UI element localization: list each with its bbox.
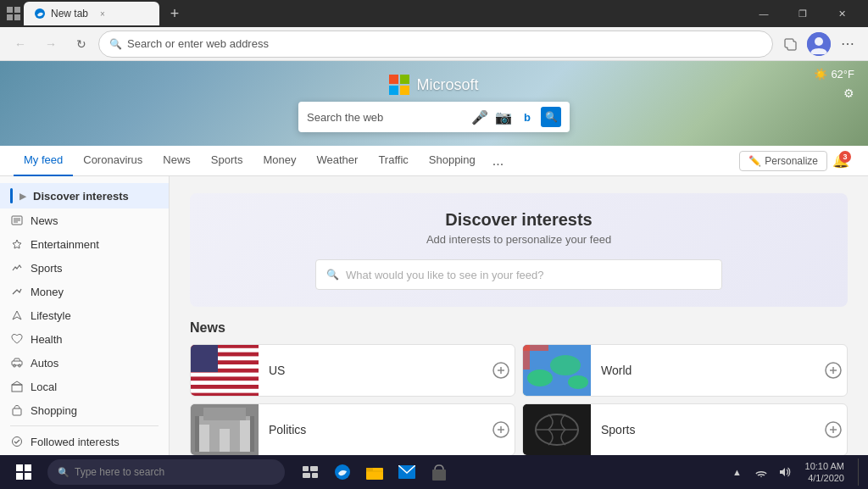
tab-traffic[interactable]: Traffic bbox=[368, 146, 418, 176]
tab-money[interactable]: Money bbox=[253, 146, 306, 176]
sidebar-discover-interests[interactable]: ▶ Discover interests bbox=[0, 183, 169, 208]
sidebar-item-shopping[interactable]: Shopping bbox=[0, 398, 169, 422]
svg-point-6 bbox=[815, 37, 823, 46]
sidebar-shopping-label: Shopping bbox=[31, 404, 77, 417]
tab-my-feed[interactable]: My feed bbox=[14, 146, 73, 176]
svg-marker-91 bbox=[780, 468, 785, 476]
us-add-button[interactable] bbox=[487, 357, 515, 384]
svg-rect-78 bbox=[25, 464, 31, 471]
sidebar-local-label: Local bbox=[31, 381, 57, 393]
hero-search-bar[interactable]: Search the web 🎤 📷 b 🔍 bbox=[298, 102, 570, 132]
interest-grid: US bbox=[190, 344, 848, 455]
camera-icon[interactable]: 📷 bbox=[493, 107, 514, 127]
sidebar-item-autos[interactable]: Autos bbox=[0, 351, 169, 375]
network-icon[interactable] bbox=[751, 462, 771, 482]
clock-time: 10:10 AM bbox=[805, 460, 844, 472]
discover-card: Discover interests Add interests to pers… bbox=[190, 193, 848, 307]
show-desktop-button[interactable] bbox=[858, 458, 861, 486]
profile-button[interactable] bbox=[805, 31, 832, 58]
tab-coronavirus[interactable]: Coronavirus bbox=[73, 146, 153, 176]
sports-image bbox=[523, 403, 591, 455]
forward-button[interactable]: → bbox=[37, 31, 64, 58]
hero-search-icons: 🎤 📷 b 🔍 bbox=[470, 107, 561, 127]
maximize-button[interactable]: ❐ bbox=[783, 0, 822, 27]
sidebar-item-entertainment[interactable]: Entertainment bbox=[0, 232, 169, 256]
store-app[interactable] bbox=[424, 457, 454, 487]
minimize-button[interactable]: — bbox=[744, 0, 783, 27]
address-bar[interactable]: 🔍 Search or enter web address bbox=[98, 31, 773, 58]
discover-title: Discover interests bbox=[207, 210, 831, 230]
svg-rect-3 bbox=[14, 14, 20, 20]
search-icon[interactable]: 🔍 bbox=[541, 107, 561, 127]
extensions-button[interactable] bbox=[776, 31, 804, 58]
sports-add-button[interactable] bbox=[820, 416, 847, 443]
search-container: Microsoft Search the web 🎤 📷 b 🔍 bbox=[298, 75, 570, 132]
svg-point-32 bbox=[527, 370, 553, 386]
sidebar-item-sports[interactable]: Sports bbox=[0, 256, 169, 280]
svg-marker-11 bbox=[13, 240, 21, 248]
title-bar: New tab × + — ❐ ✕ bbox=[0, 0, 868, 27]
taskbar-clock[interactable]: 10:10 AM 4/1/2020 bbox=[798, 460, 851, 485]
settings-gear-button[interactable]: ⚙ bbox=[843, 86, 854, 100]
svg-rect-27 bbox=[191, 344, 218, 372]
mail-app[interactable] bbox=[392, 457, 422, 487]
task-view-button[interactable] bbox=[295, 457, 326, 487]
sidebar-item-lifestyle[interactable]: Lifestyle bbox=[0, 303, 169, 327]
svg-rect-46 bbox=[220, 429, 230, 452]
ms-brand-text: Microsoft bbox=[416, 76, 478, 94]
new-tab-button[interactable]: + bbox=[163, 2, 186, 25]
tab-sports[interactable]: Sports bbox=[201, 146, 253, 176]
notifications-button[interactable]: 🔔 3 bbox=[827, 147, 854, 175]
clock-date: 4/1/2020 bbox=[805, 472, 844, 484]
back-button[interactable]: ← bbox=[7, 31, 34, 58]
tab-news[interactable]: News bbox=[153, 146, 201, 176]
active-tab[interactable]: New tab × bbox=[24, 2, 159, 25]
sidebar-item-news[interactable]: News bbox=[0, 208, 169, 232]
sidebar-item-health[interactable]: Health bbox=[0, 327, 169, 351]
sports-label: Sports bbox=[591, 423, 820, 436]
svg-point-33 bbox=[550, 355, 581, 375]
volume-icon[interactable] bbox=[775, 462, 795, 482]
close-window-button[interactable]: ✕ bbox=[822, 0, 861, 27]
svg-rect-89 bbox=[432, 470, 446, 481]
politics-label: Politics bbox=[259, 423, 487, 436]
politics-add-button[interactable] bbox=[487, 416, 515, 443]
close-tab-button[interactable]: × bbox=[97, 8, 108, 19]
taskbar-search[interactable]: 🔍 Type here to search bbox=[47, 459, 285, 485]
discover-search-bar[interactable]: 🔍 What would you like to see in your fee… bbox=[315, 259, 722, 290]
news-icon bbox=[10, 214, 24, 227]
refresh-button[interactable]: ↻ bbox=[68, 31, 95, 58]
svg-rect-42 bbox=[203, 408, 246, 420]
tab-shopping[interactable]: Shopping bbox=[419, 146, 486, 176]
sidebar-followed-interests[interactable]: Followed interests bbox=[0, 430, 169, 453]
sidebar-item-money[interactable]: Money bbox=[0, 280, 169, 303]
lifestyle-icon bbox=[10, 308, 24, 322]
svg-marker-16 bbox=[12, 381, 22, 385]
more-tabs-button[interactable]: ... bbox=[486, 153, 510, 169]
settings-button[interactable]: ⋯ bbox=[834, 31, 861, 58]
world-label: World bbox=[591, 364, 820, 377]
sidebar-item-local[interactable]: Local bbox=[0, 375, 169, 398]
world-add-button[interactable] bbox=[820, 357, 847, 384]
microphone-icon[interactable]: 🎤 bbox=[470, 107, 490, 127]
personalize-button[interactable]: ✏️ Personalize bbox=[739, 151, 827, 171]
title-bar-left: New tab × + bbox=[7, 2, 186, 25]
us-image bbox=[191, 344, 259, 397]
followed-label: Followed interests bbox=[31, 436, 120, 448]
svg-rect-25 bbox=[191, 381, 259, 385]
sidebar-sports-label: Sports bbox=[31, 262, 63, 275]
bing-icon[interactable]: b bbox=[517, 107, 537, 127]
weather-temp: 62°F bbox=[831, 68, 854, 81]
weather-icon: ☀️ bbox=[814, 68, 827, 81]
start-button[interactable] bbox=[7, 455, 41, 489]
pencil-icon: ✏️ bbox=[748, 155, 761, 167]
weather-widget: ☀️ 62°F bbox=[814, 68, 854, 81]
tray-expand-button[interactable]: ▲ bbox=[727, 462, 748, 482]
tab-weather[interactable]: Weather bbox=[306, 146, 368, 176]
edge-app[interactable] bbox=[327, 457, 358, 487]
sidebar-lifestyle-label: Lifestyle bbox=[31, 309, 71, 322]
explorer-app[interactable] bbox=[359, 457, 390, 487]
svg-point-34 bbox=[568, 375, 588, 389]
sidebar-divider bbox=[10, 425, 159, 426]
feed-tabs: My feed Coronavirus News Sports Money We… bbox=[0, 146, 868, 176]
